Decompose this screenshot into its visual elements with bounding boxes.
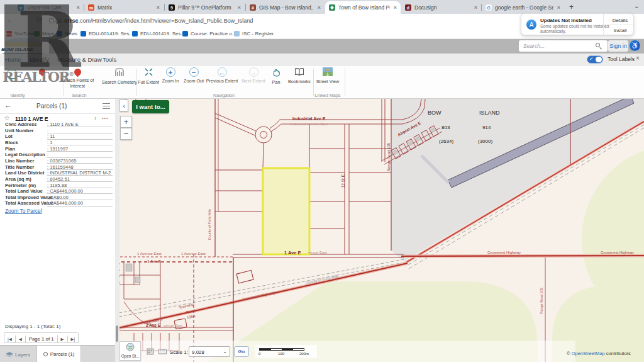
ribbon-close-icon[interactable]: × [636, 55, 640, 62]
map-viewport[interactable]: BOW ISLAND 803 914 (2634) (3000) Industr… [119, 99, 644, 362]
map-zoom-in-button[interactable]: + [120, 116, 132, 128]
parcel-field-row: Area (sq m): 80452.51 [0, 176, 115, 183]
scale-select[interactable]: 9,028 ⌄ [189, 346, 230, 357]
map-zoom-out-button[interactable]: − [120, 128, 132, 140]
panel-menu-icon[interactable] [103, 101, 110, 111]
browser-tab-gis-map[interactable]: # GIS Map - Bow Island, AB × [246, 1, 325, 14]
bookmarks-book-icon [294, 67, 304, 76]
page-next-button[interactable]: ▶ [58, 336, 68, 343]
app-store-icon: A [526, 20, 536, 30]
field-label: Total Land Value [5, 188, 43, 194]
expand-chevron-icon[interactable]: › [94, 115, 96, 122]
parcel-field-row: Civic Address: 1110 1 AVE E [0, 122, 115, 128]
map-label-3000: (3000) [478, 139, 492, 144]
full-extent-button[interactable]: Full Extent [136, 67, 161, 85]
ribbon-tab-bar: Home Identify Measure & Draw Tools [0, 54, 644, 66]
browser-tab-pillar9[interactable]: 9 Pillar 9™ OnePlatform × [165, 1, 245, 14]
field-value: : 161159448 [47, 164, 113, 170]
tab-close-icon[interactable]: × [394, 4, 397, 11]
pan-hand-icon [272, 67, 280, 77]
previous-extent-icon: ← [218, 67, 227, 77]
tool-labels-toggle[interactable]: ✓ [587, 55, 603, 64]
update-notification[interactable]: A Updates Not Installed Some updates cou… [521, 13, 634, 35]
notification-install-button[interactable]: Install [608, 28, 632, 33]
isc-icon [234, 31, 240, 37]
tool-labels-label: Tool Labels [608, 56, 635, 62]
group-label-navigation: Navigation [208, 93, 240, 98]
tab-close-icon[interactable]: × [157, 4, 160, 11]
panel-back-icon[interactable]: ← [4, 101, 12, 110]
site-search-input[interactable]: Search... [519, 40, 608, 52]
pan-button[interactable]: Pan [267, 67, 286, 85]
select-chevron-icon: ⌄ [223, 349, 227, 354]
tab-close-icon[interactable]: × [318, 4, 321, 11]
tab-layers[interactable]: Layers [0, 346, 36, 362]
basemap-icon [125, 343, 135, 351]
page-last-button[interactable]: ▶| [68, 336, 79, 343]
gis-map-favicon: # [250, 4, 256, 11]
browser-tab-docusign[interactable]: d Docusign × [401, 1, 481, 14]
tab-close-icon[interactable]: × [238, 4, 241, 11]
bookmarks-button[interactable]: Bookmarks [284, 67, 314, 84]
field-label: Land Use District [5, 170, 44, 176]
map-label-1avenue-b: 1 Avenue East [181, 252, 206, 256]
zoom-to-parcel-link[interactable]: Zoom To Parcel [5, 208, 42, 214]
google-favicon: G [486, 4, 492, 11]
field-value: : INDUSTRIAL DISTRICT M-2 [47, 170, 113, 176]
new-tab-button[interactable]: + [569, 3, 574, 11]
zoom-out-icon: − [189, 67, 199, 77]
cemetery-icon [114, 68, 125, 77]
displaying-count: Displaying 1 - 1 (Total: 1) [5, 324, 60, 329]
bookmark-edu1[interactable]: EDU-001419: Ses... [80, 29, 133, 38]
bookmark-course[interactable]: Course: Practice o... [182, 29, 236, 38]
more-options-icon[interactable]: ••• [102, 116, 108, 120]
i-want-to-button[interactable]: I want to... [132, 100, 169, 113]
matrix-favicon: m [88, 4, 94, 11]
measure-icon[interactable] [158, 348, 167, 355]
go-button[interactable]: Go [234, 346, 249, 357]
search-cemetery-button[interactable]: Search Cemetery [101, 67, 138, 85]
parcel-field-row: Total Assessed Value: CA$446,000.00 [0, 200, 115, 206]
field-label: Legal Description [5, 152, 45, 157]
accessibility-icon[interactable]: ♿ [630, 40, 640, 51]
notification-details-button[interactable]: Details [608, 18, 632, 23]
browser-tab-bow-island-active[interactable]: ◆ Town of Bow Island Public Site × [325, 1, 401, 14]
parcel-field-row: Block: 1 [0, 140, 115, 146]
osm-link[interactable]: OpenStreetMap [572, 351, 605, 356]
map-label-bow: BOW [428, 110, 441, 116]
url-bar[interactable]: gis.orrsc.com/Html5Viewer/index.html?vie… [55, 18, 253, 24]
tab-overflow-chevron-icon[interactable]: ⌄ [634, 3, 639, 9]
bookmark-edu2[interactable]: EDU-001419: Ses... [132, 29, 185, 38]
map-label-rr105s: Range Road 105 [540, 288, 543, 314]
group-label-search: Search [67, 93, 92, 98]
building-icon[interactable] [146, 347, 155, 356]
street-view-button[interactable]: Street View [312, 67, 343, 84]
collapse-panel-button[interactable]: ‹ [119, 99, 128, 111]
page-prev-button[interactable]: ◀ [16, 336, 26, 343]
page-first-button[interactable]: |◀ [4, 336, 16, 343]
sign-in-button[interactable]: Sign in [608, 40, 628, 52]
zoom-in-button[interactable]: + Zoom In [160, 67, 181, 84]
basemap-selector[interactable]: Open St... [119, 341, 141, 361]
panel-header: ← Parcels (1) [0, 99, 115, 114]
ribbon-tab-tools[interactable]: Tools [103, 56, 116, 63]
tab-close-icon[interactable]: × [474, 4, 477, 11]
docusign-favicon: d [405, 4, 411, 11]
previous-extent-button[interactable]: ← Previous Extent [204, 67, 240, 84]
parcel-field-row: Title Number: 161159448 [0, 164, 115, 171]
field-label: Linc Number [5, 158, 34, 164]
parcel-field-row: Unit Number: [0, 128, 115, 134]
bookmark-isc[interactable]: ISC - Register [234, 29, 274, 38]
browser-tab-matrix[interactable]: m Matrix × [84, 1, 164, 14]
browser-tab-google-earth[interactable]: G google earth - Google Search × [482, 1, 564, 14]
field-value: : 1 [47, 140, 113, 145]
panel-resize-divider[interactable] [115, 99, 119, 362]
field-label: Block [5, 140, 18, 145]
map-attribution: © OpenStreetMap contributors [567, 351, 631, 356]
parcel-field-row: Total Land Value: CA$446,000.00 [0, 188, 115, 195]
zoom-out-button[interactable]: − Zoom Out [182, 67, 205, 84]
map-label-1ave-dash: 1 Ave E [147, 259, 161, 263]
tab-parcels-active[interactable]: Parcels (1) [37, 346, 81, 362]
ribbon-toolbar: Identify Search Points of Interest Searc… [0, 66, 644, 99]
tab-close-icon[interactable]: × [557, 4, 560, 11]
